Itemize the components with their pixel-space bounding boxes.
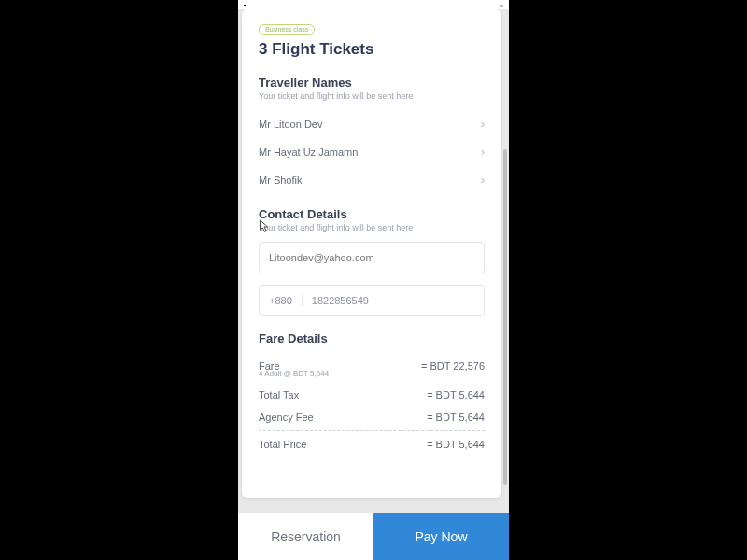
fare-total-value: = BDT 5,644 (427, 439, 485, 450)
chevron-right-icon: › (481, 146, 485, 159)
traveller-name: Mr Litoon Dev (259, 119, 322, 130)
travellers-subtext: Your ticket and flight info will be sent… (259, 91, 485, 101)
fare-label: Agency Fee (259, 412, 314, 423)
fare-value: = BDT 22,576 (421, 360, 485, 371)
battery-icon: ▭ (500, 3, 503, 7)
ticket-card: Business class 3 Flight Tickets Travelle… (242, 9, 501, 498)
contact-heading: Contact Details (259, 207, 485, 221)
content-area: Business class 3 Flight Tickets Travelle… (238, 9, 509, 513)
chevron-right-icon: › (481, 118, 485, 131)
pay-now-button[interactable]: Pay Now (374, 513, 509, 560)
fare-heading: Fare Details (259, 331, 485, 345)
contact-subtext: Your ticket and flight info will be sent… (259, 223, 485, 232)
reservation-button[interactable]: Reservation (238, 513, 374, 560)
page-title: 3 Flight Tickets (259, 40, 485, 59)
scrollbar[interactable] (503, 149, 507, 485)
footer-actions: Reservation Pay Now (238, 513, 509, 560)
phone-country-code[interactable]: +880 (269, 295, 303, 306)
fare-row: Agency Fee = BDT 5,644 (259, 406, 485, 428)
fare-total-label: Total Price (259, 439, 306, 450)
divider (259, 430, 485, 431)
traveller-name: Mr Hayat Uz Jamamn (259, 147, 358, 158)
fare-row: Total Tax = BDT 5,644 (259, 384, 485, 406)
phone-field[interactable]: +880 (259, 285, 485, 316)
fare-value: = BDT 5,644 (427, 389, 485, 400)
chevron-right-icon: › (481, 174, 485, 187)
status-bar: ••• ▭ (238, 0, 509, 9)
fare-label: Total Tax (259, 389, 299, 400)
status-left: ••• (244, 3, 245, 7)
phone-number-input[interactable] (303, 295, 474, 306)
fare-value: = BDT 5,644 (427, 412, 485, 423)
traveller-row[interactable]: Mr Shofik › (259, 166, 485, 194)
fare-total-row: Total Price = BDT 5,644 (259, 433, 485, 455)
phone-frame: ••• ▭ Business class 3 Flight Tickets Tr… (238, 0, 509, 560)
traveller-name: Mr Shofik (259, 175, 302, 186)
traveller-row[interactable]: Mr Litoon Dev › (259, 110, 485, 138)
class-badge: Business class (259, 24, 315, 35)
traveller-row[interactable]: Mr Hayat Uz Jamamn › (259, 138, 485, 166)
email-field[interactable] (259, 242, 485, 273)
travellers-heading: Traveller Names (259, 76, 485, 90)
